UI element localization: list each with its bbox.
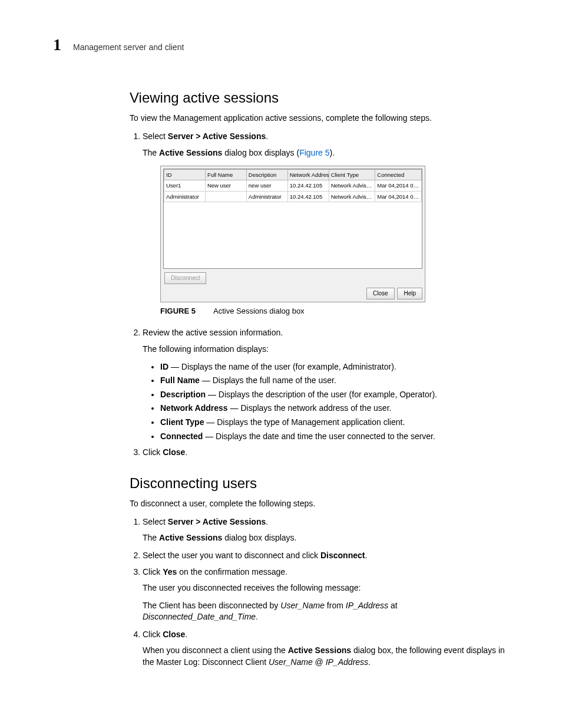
list-item: Full Name — Displays the full name of th… xyxy=(160,375,509,387)
list-item: Description — Displays the description o… xyxy=(160,389,509,401)
col-fullname[interactable]: Full Name xyxy=(205,170,246,180)
col-id[interactable]: ID xyxy=(164,170,206,180)
col-clienttype[interactable]: Client Type xyxy=(329,170,375,180)
active-sessions-table: ID Full Name Description Network Address… xyxy=(164,169,422,202)
section-viewing-title: Viewing active sessions xyxy=(130,90,509,106)
section-disconnecting-title: Disconnecting users xyxy=(130,475,509,492)
viewing-step-3: Click Close. xyxy=(143,447,509,459)
viewing-steps: Select Server > Active Sessions. The Act… xyxy=(130,131,509,459)
viewing-step-1: Select Server > Active Sessions. The Act… xyxy=(143,131,509,317)
list-item: Network Address — Displays the network a… xyxy=(160,403,509,414)
table-row[interactable]: User1 New user new user 10.24.42.105 Net… xyxy=(164,180,422,191)
figure-5-dialog: ID Full Name Description Network Address… xyxy=(160,166,509,302)
chapter-number: 1 xyxy=(53,35,61,54)
section-disconnecting-intro: To disconnect a user, complete the follo… xyxy=(130,499,509,508)
disc-step-4: Click Close. When you disconnect a clien… xyxy=(143,629,509,668)
disconnecting-steps: Select Server > Active Sessions. The Act… xyxy=(130,516,509,668)
viewing-step-2: Review the active session information. T… xyxy=(143,327,509,442)
close-button[interactable]: Close xyxy=(366,288,395,299)
figure-5-caption: FIGURE 5Active Sessions dialog box xyxy=(160,306,509,317)
header-title: Management server and client xyxy=(73,42,184,52)
col-connected[interactable]: Connected xyxy=(375,170,422,180)
col-netaddr[interactable]: Network Address xyxy=(287,170,329,180)
list-item: Client Type — Displays the type of Manag… xyxy=(160,417,509,429)
section-viewing-intro: To view the Management application activ… xyxy=(130,113,509,123)
disc-step-1: Select Server > Active Sessions. The Act… xyxy=(143,516,509,544)
col-description[interactable]: Description xyxy=(246,170,287,180)
page-header: 1 Management server and client xyxy=(53,35,509,54)
figure-5-link[interactable]: Figure 5 xyxy=(299,148,329,157)
field-bullets: ID — Displays the name of the user (for … xyxy=(143,361,509,443)
help-button[interactable]: Help xyxy=(397,288,422,299)
disconnect-button[interactable]: Disconnect xyxy=(164,272,206,284)
disc-step-2: Select the user you want to disconnect a… xyxy=(143,550,509,562)
table-row[interactable]: Administrator Administrator 10.24.42.105… xyxy=(164,191,422,202)
list-item: Connected — Displays the date and time t… xyxy=(160,431,509,443)
disc-step-3: Click Yes on the confirmation message. T… xyxy=(143,566,509,623)
list-item: ID — Displays the name of the user (for … xyxy=(160,361,509,373)
viewing-step-1-body: The Active Sessions dialog box displays … xyxy=(143,147,509,159)
